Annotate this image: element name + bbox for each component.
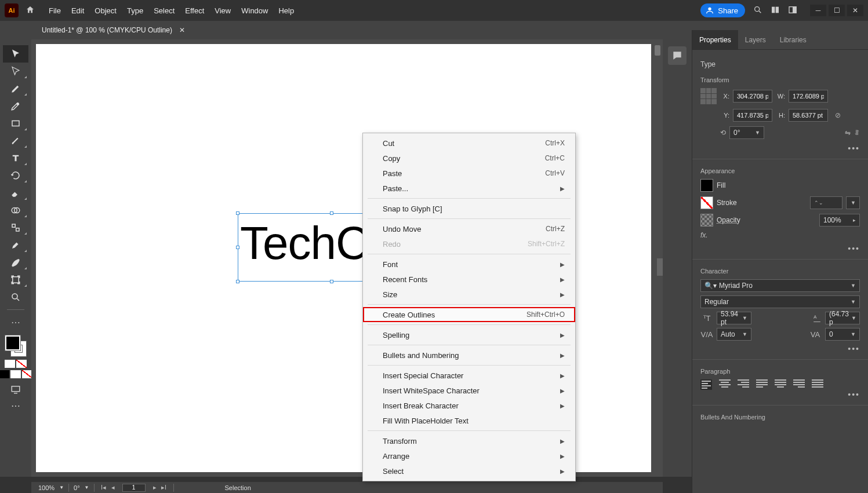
window-minimize[interactable]: ─	[810, 5, 826, 16]
width-tool[interactable]	[3, 219, 28, 236]
artboard-tool[interactable]	[3, 271, 28, 289]
fill-swatch[interactable]	[5, 335, 20, 350]
direct-selection-tool[interactable]	[3, 63, 28, 80]
reference-point-grid[interactable]	[700, 88, 717, 104]
font-family-dropdown[interactable]: 🔍▾ Myriad Pro▼	[700, 279, 860, 292]
panel-tab-properties[interactable]: Properties	[692, 30, 738, 49]
zoom-tool[interactable]	[3, 289, 28, 306]
menu-edit[interactable]: Edit	[71, 6, 84, 15]
menu-object[interactable]: Object	[95, 6, 117, 15]
stroke-profile-dropdown[interactable]: ▼	[846, 196, 860, 209]
color-mode-icons[interactable]	[0, 370, 32, 378]
artboard-nav[interactable]: I◂◂	[99, 484, 118, 491]
opacity-swatch[interactable]	[700, 214, 713, 227]
paragraph-options-icon[interactable]: •••	[848, 390, 860, 399]
ctx-insert-special-character[interactable]: Insert Special Character▶	[363, 368, 575, 383]
ctx-arrange[interactable]: Arrange▶	[363, 448, 575, 463]
window-maximize[interactable]: ☐	[829, 5, 845, 16]
character-options-icon[interactable]: •••	[848, 344, 860, 353]
menu-select[interactable]: Select	[154, 6, 175, 15]
fill-stroke-swatch[interactable]	[4, 334, 27, 357]
shape-builder-tool[interactable]	[3, 202, 28, 219]
fill-color-swatch[interactable]	[700, 179, 713, 192]
edit-toolbar-icon[interactable]: ⋯	[3, 313, 28, 331]
panel-tab-libraries[interactable]: Libraries	[773, 30, 813, 49]
arrange-documents-icon[interactable]	[771, 5, 780, 16]
zoom-level[interactable]: 100%	[38, 484, 55, 491]
justify-all-button[interactable]	[812, 379, 823, 390]
stroke-color-swatch[interactable]	[700, 196, 713, 209]
y-input[interactable]	[733, 109, 772, 122]
rectangle-tool[interactable]	[3, 115, 28, 132]
ctx-select[interactable]: Select▶	[363, 463, 575, 479]
rotate-input[interactable]: 0°▼	[729, 126, 764, 139]
more-tools-icon[interactable]: ⋯	[11, 400, 20, 411]
document-tab[interactable]: Untitled-1* @ 100 % (CMYK/CPU Outline) ✕	[37, 26, 190, 34]
rotate-view[interactable]: 0°	[74, 484, 80, 491]
window-close[interactable]: ✕	[847, 5, 863, 16]
selection-tool[interactable]	[3, 45, 28, 63]
tracking-input[interactable]: 0▼	[825, 328, 860, 341]
justify-center-button[interactable]	[775, 379, 786, 390]
pen-tool[interactable]	[3, 80, 28, 97]
menu-type[interactable]: Type	[127, 6, 143, 15]
ctx-insert-whitespace-character[interactable]: Insert WhiteSpace Character▶	[363, 383, 575, 398]
align-center-button[interactable]	[719, 379, 731, 390]
ctx-transform[interactable]: Transform▶	[363, 433, 575, 448]
fx-icon[interactable]: fx.	[700, 231, 708, 239]
eyedropper-tool[interactable]	[3, 236, 28, 254]
transform-options-icon[interactable]: •••	[848, 144, 860, 153]
menu-help[interactable]: Help	[278, 6, 294, 15]
resize-handle[interactable]	[236, 280, 239, 283]
ctx-undo-move[interactable]: Undo MoveCtrl+Z	[363, 221, 575, 236]
ctx-snap-to-glyph-c-[interactable]: Snap to Glyph [C]	[363, 201, 575, 216]
curvature-tool[interactable]	[3, 97, 28, 115]
resize-handle[interactable]	[330, 280, 333, 283]
close-tab-icon[interactable]: ✕	[179, 26, 185, 34]
stroke-weight-input[interactable]: ⌃⌄	[810, 196, 842, 209]
paintbrush-tool[interactable]	[3, 132, 28, 149]
comments-icon[interactable]	[668, 46, 687, 65]
justify-right-button[interactable]	[793, 379, 805, 390]
panel-tab-layers[interactable]: Layers	[738, 30, 773, 49]
leading-input[interactable]: (64.73 p▼	[825, 312, 860, 324]
ctx-recent-fonts[interactable]: Recent Fonts▶	[363, 272, 575, 287]
font-style-dropdown[interactable]: Regular▼	[700, 295, 860, 308]
search-icon[interactable]	[753, 5, 762, 16]
ctx-size[interactable]: Size▶	[363, 287, 575, 302]
resize-handle[interactable]	[236, 246, 239, 249]
resize-handle[interactable]	[330, 211, 333, 215]
x-input[interactable]	[733, 90, 772, 103]
link-wh-icon[interactable]: ⊘	[835, 111, 841, 119]
w-input[interactable]	[789, 90, 828, 103]
eraser-tool[interactable]	[3, 184, 28, 202]
flip-v-icon[interactable]: ⥯	[854, 129, 860, 137]
rotate-tool[interactable]	[3, 167, 28, 184]
ctx-create-outlines[interactable]: Create OutlinesShift+Ctrl+O	[363, 307, 575, 322]
menu-window[interactable]: Window	[241, 6, 268, 15]
home-icon[interactable]	[26, 5, 35, 16]
flip-h-icon[interactable]: ⇋	[845, 129, 851, 137]
screen-mode-icon[interactable]	[10, 384, 21, 395]
ctx-insert-break-character[interactable]: Insert Break Character▶	[363, 398, 575, 413]
ctx-font[interactable]: Font▶	[363, 257, 575, 272]
align-left-button[interactable]	[700, 379, 712, 390]
opacity-input[interactable]: 100%▸	[819, 214, 860, 227]
ctx-bullets-and-numbering[interactable]: Bullets and Numbering▶	[363, 348, 575, 363]
resize-handle[interactable]	[236, 211, 239, 215]
ctx-fill-with-placeholder-text[interactable]: Fill With PlaceHolder Text	[363, 413, 575, 428]
gradient-tool[interactable]	[3, 254, 28, 271]
ctx-paste-[interactable]: Paste...▶	[363, 181, 575, 196]
artboard-number-input[interactable]	[122, 484, 146, 492]
panel-notch[interactable]	[657, 258, 663, 276]
kerning-input[interactable]: Auto▼	[717, 328, 751, 341]
menu-view[interactable]: View	[215, 6, 231, 15]
justify-left-button[interactable]	[756, 379, 768, 390]
h-input[interactable]	[789, 109, 828, 122]
share-button[interactable]: Share	[700, 3, 745, 17]
menu-effect[interactable]: Effect	[185, 6, 204, 15]
type-tool[interactable]	[3, 149, 28, 167]
menu-file[interactable]: File	[49, 6, 61, 15]
align-right-button[interactable]	[738, 379, 749, 390]
ctx-copy[interactable]: CopyCtrl+C	[363, 151, 575, 166]
